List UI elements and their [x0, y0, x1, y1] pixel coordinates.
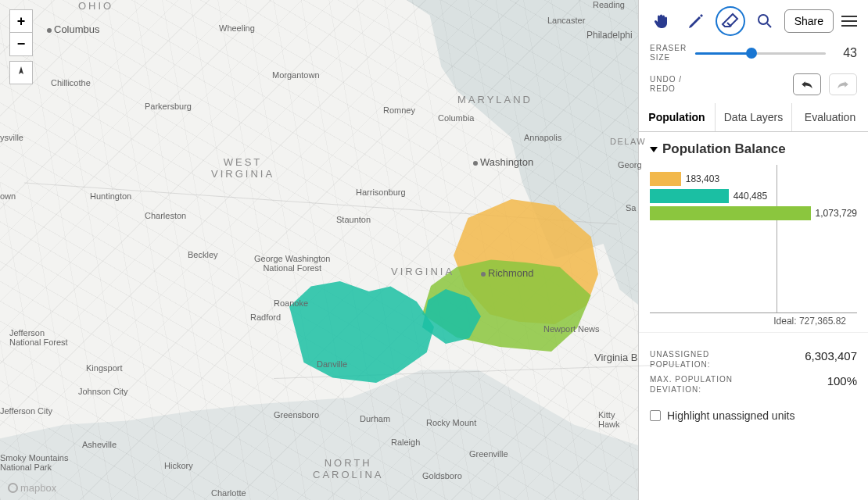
city-label: Radford: [250, 312, 281, 322]
tab-evaluation[interactable]: Evaluation: [792, 103, 868, 131]
city-label: Staunton: [336, 215, 371, 224]
city-label: own: [0, 191, 16, 201]
bar-row: 183,403: [650, 171, 857, 187]
stat-key: UNASSIGNED POPULATION:: [650, 349, 767, 370]
tab-data-layers[interactable]: Data Layers: [716, 103, 792, 131]
city-label: Kitty Hawk: [598, 410, 638, 429]
zoom-in-button[interactable]: +: [9, 9, 33, 33]
city-label: Romney: [383, 105, 415, 115]
city-label: Rocky Mount: [426, 418, 476, 427]
city-label: Durham: [360, 414, 390, 423]
city-label: ysville: [0, 133, 23, 142]
panel-tabs: Population Data Layers Evaluation: [639, 103, 868, 132]
compass-button[interactable]: [9, 61, 33, 84]
toolbar: Share: [639, 0, 868, 39]
bar-value: 183,403: [686, 173, 719, 184]
city-label: Morgantown: [272, 70, 320, 80]
pencil-icon: [687, 12, 705, 30]
bar-value: 440,485: [733, 191, 767, 202]
section-toggle[interactable]: Population Balance: [650, 141, 857, 162]
population-balance-section: Population Balance 183,403 440,485 1,0: [639, 132, 868, 316]
state-label: MARYLAND: [457, 94, 533, 105]
undo-redo-label: UNDO / REDO: [650, 75, 687, 94]
hamburger-icon: [841, 16, 857, 17]
bar-district-2: [650, 189, 729, 203]
redo-icon: [836, 79, 850, 90]
ideal-label: Ideal: 727,365.82: [773, 316, 846, 327]
city-label: Chillicothe: [51, 78, 91, 88]
bar-district-1: [650, 172, 681, 186]
eraser-tool[interactable]: [716, 6, 745, 36]
city-label: Parkersburg: [145, 102, 192, 111]
bar-district-3: [650, 206, 811, 220]
city-label: Wheeling: [219, 23, 255, 33]
city-label: Harrisonburg: [356, 188, 406, 197]
state-label: VIRGINIA: [391, 266, 454, 277]
inspect-tool[interactable]: [750, 6, 780, 36]
zoom-out-button[interactable]: −: [9, 33, 33, 56]
city-label: Sa: [626, 203, 636, 212]
svg-point-0: [759, 15, 768, 24]
stat-key: MAX. POPULATION DEVIATION:: [650, 374, 767, 395]
state-label: DELAW: [610, 137, 646, 146]
city-label: Asheville: [82, 440, 117, 449]
city-label: Annapolis: [524, 133, 561, 142]
city-label: Kingsport: [86, 363, 122, 373]
map-canvas[interactable]: OHIO WEST VIRGINIA VIRGINIA MARYLAND NOR…: [0, 0, 638, 500]
zoom-control: + −: [9, 9, 33, 56]
city-label: Danville: [317, 359, 347, 369]
undo-redo-control: UNDO / REDO: [639, 70, 868, 103]
highlight-unassigned-label: Highlight unassigned units: [667, 409, 794, 422]
city-label: Charlotte: [211, 488, 246, 498]
undo-icon: [800, 79, 814, 90]
stat-value: 6,303,407: [805, 349, 857, 362]
eraser-size-control: ERASER SIZE 43: [639, 39, 868, 70]
bar-row: 1,073,729: [650, 205, 857, 221]
population-stats: UNASSIGNED POPULATION: 6,303,407 MAX. PO…: [639, 332, 868, 402]
state-label: NORTH CAROLINA: [313, 457, 383, 480]
city-label: Columbia: [438, 113, 474, 123]
bar-row: 440,485: [650, 188, 857, 204]
city-label: Huntington: [90, 191, 131, 201]
share-button[interactable]: Share: [784, 9, 834, 33]
city-label: Charleston: [145, 211, 186, 220]
city-label: Greensboro: [274, 410, 319, 420]
pan-tool[interactable]: [647, 6, 676, 36]
city-label: Georg: [618, 160, 642, 170]
brush-tool[interactable]: [681, 6, 711, 36]
city-label: Goldsboro: [422, 471, 462, 480]
city-label: Smoky Mountains National Park: [0, 453, 68, 472]
population-bars-chart: 183,403 440,485 1,073,729 Ideal: 727,365…: [650, 165, 857, 313]
mapbox-attribution: mapbox: [8, 482, 56, 494]
city-label: Newport News: [543, 324, 600, 334]
mapbox-logo-icon: [8, 483, 18, 493]
city-label: Virginia B: [594, 352, 637, 363]
eraser-size-value: 43: [834, 46, 857, 60]
city-label: Roanoke: [274, 298, 308, 308]
eraser-size-slider[interactable]: [695, 46, 826, 60]
tab-population[interactable]: Population: [639, 103, 716, 131]
city-label: Washington: [473, 156, 533, 168]
state-label: OHIO: [78, 0, 113, 12]
city-label: Jefferson City: [0, 406, 52, 416]
city-label: Beckley: [188, 250, 218, 259]
redo-button[interactable]: [829, 73, 857, 95]
menu-button[interactable]: [838, 12, 860, 30]
state-label: WEST VIRGINIA: [211, 156, 274, 180]
city-label: Jefferson National Forest: [9, 328, 68, 347]
sidebar: Share ERASER SIZE 43 UNDO / REDO Populat…: [638, 0, 868, 500]
magnifier-icon: [755, 12, 774, 30]
city-label: Hickory: [164, 461, 193, 470]
section-title: Population Balance: [662, 141, 786, 157]
chevron-down-icon: [650, 147, 658, 152]
city-label: Philadelphi: [586, 30, 633, 41]
undo-button[interactable]: [793, 73, 821, 95]
slider-thumb[interactable]: [746, 48, 757, 59]
city-label: Columbus: [47, 23, 100, 35]
eraser-icon: [721, 12, 740, 30]
city-label: Reading: [593, 0, 625, 9]
city-label: Greenville: [469, 449, 508, 459]
bar-value: 1,073,729: [816, 208, 857, 219]
highlight-unassigned-checkbox[interactable]: [650, 410, 661, 421]
hand-icon: [652, 12, 671, 30]
